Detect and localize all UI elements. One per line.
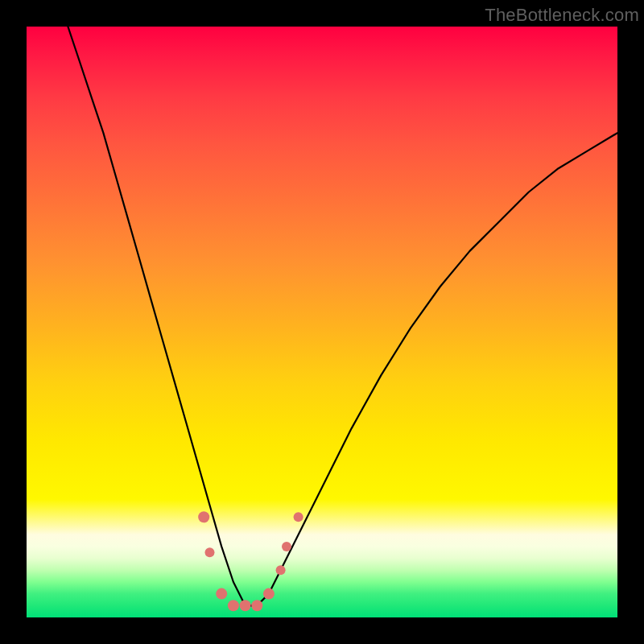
curve-marker <box>198 511 209 522</box>
curve-marker <box>205 547 215 557</box>
chart-stage: TheBottleneck.com <box>0 0 644 644</box>
curve-marker <box>276 565 286 575</box>
chart-svg <box>27 27 617 617</box>
curve-marker <box>228 600 239 611</box>
curve-marker <box>294 512 303 522</box>
watermark-text: TheBottleneck.com <box>485 5 639 26</box>
curve-marker <box>282 542 291 551</box>
plot-area <box>27 27 617 617</box>
curve-marker <box>263 588 275 600</box>
bottleneck-curve-line <box>68 27 617 605</box>
curve-markers <box>198 511 303 611</box>
curve-marker <box>216 588 227 600</box>
curve-marker <box>251 600 262 611</box>
curve-marker <box>240 600 251 611</box>
